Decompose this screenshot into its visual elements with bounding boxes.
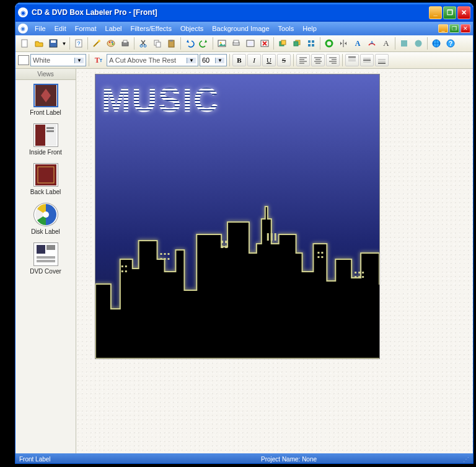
separator — [89, 54, 89, 66]
svg-point-36 — [415, 40, 422, 47]
circle-fill-button[interactable] — [412, 37, 425, 50]
image-button[interactable] — [215, 37, 229, 50]
underline-button[interactable]: U — [262, 54, 276, 66]
status-bar: Front Label Project Name: None ⋰ — [15, 453, 473, 464]
menu-format[interactable]: Format — [71, 24, 101, 33]
menu-tools[interactable]: Tools — [274, 24, 299, 33]
svg-rect-26 — [281, 40, 286, 45]
menu-file[interactable]: File — [30, 24, 50, 33]
dropdown-icon[interactable]: ▼ — [74, 58, 84, 63]
enlarge-text-button[interactable]: A — [379, 37, 393, 50]
strike-button[interactable]: S — [277, 54, 291, 66]
delete-image-button[interactable] — [258, 37, 271, 50]
svg-rect-28 — [294, 42, 298, 46]
palette-button[interactable] — [104, 37, 118, 50]
svg-rect-71 — [317, 252, 319, 254]
sidebar-item-front-label[interactable]: Front Label — [15, 80, 76, 120]
svg-rect-53 — [37, 260, 55, 262]
sidebar-item-back-label[interactable]: Back Label — [15, 159, 76, 199]
text-button[interactable]: A — [351, 37, 364, 50]
print-button[interactable] — [118, 37, 132, 50]
redo-button[interactable] — [197, 37, 211, 50]
copy-button[interactable] — [151, 37, 164, 50]
menu-help[interactable]: Help — [298, 24, 321, 33]
font-value: A Cut Above The Rest — [109, 56, 185, 64]
svg-point-48 — [43, 211, 49, 218]
dropdown-icon[interactable]: ▼ — [187, 58, 196, 63]
dropdown-icon[interactable]: ▼ — [215, 58, 224, 63]
send-back-button[interactable] — [290, 37, 304, 50]
paste-button[interactable] — [165, 37, 178, 50]
separator — [69, 37, 70, 50]
maximize-button[interactable]: ❐ — [443, 6, 456, 19]
svg-rect-0 — [22, 40, 27, 47]
music-text[interactable]: MUSIC — [102, 79, 219, 120]
scan-button[interactable] — [229, 37, 243, 50]
svg-text:?: ? — [77, 40, 80, 47]
thumbnail-front — [33, 84, 58, 107]
valign-bottom-button[interactable] — [375, 54, 389, 66]
open-button[interactable] — [32, 37, 46, 50]
fontsize-combo[interactable]: 60 ▼ — [200, 54, 227, 66]
svg-point-9 — [112, 43, 113, 45]
italic-button[interactable]: I — [247, 54, 261, 66]
doc-minimize-button[interactable]: _ — [438, 24, 448, 33]
sidebar-item-inside-front[interactable]: Inside Front — [15, 120, 76, 159]
square-button[interactable] — [397, 37, 411, 50]
close-button[interactable]: ✕ — [457, 6, 470, 19]
align-right-button[interactable] — [326, 54, 340, 66]
help2-button[interactable]: ? — [444, 37, 457, 50]
valign-top-button[interactable] — [345, 54, 359, 66]
save-dropdown[interactable]: ▼ — [61, 37, 68, 50]
bold-button[interactable]: B — [232, 54, 246, 66]
sidebar-label: Back Label — [30, 189, 61, 195]
doc-restore-button[interactable]: ❐ — [449, 24, 459, 33]
svg-point-7 — [109, 42, 110, 43]
align-center-button[interactable] — [311, 54, 325, 66]
wand-button[interactable] — [90, 37, 104, 50]
doc-close-button[interactable]: ✕ — [461, 24, 470, 33]
menu-edit[interactable]: Edit — [50, 24, 71, 33]
svg-rect-57 — [125, 270, 127, 272]
menu-background[interactable]: Background Image — [208, 24, 273, 33]
minimize-button[interactable]: _ — [429, 6, 442, 19]
circle-button[interactable] — [322, 37, 336, 50]
color-combo[interactable]: White ▼ — [30, 54, 86, 66]
menu-objects[interactable]: Objects — [176, 24, 208, 33]
svg-rect-68 — [267, 233, 269, 241]
bring-front-button[interactable] — [276, 37, 289, 50]
svg-rect-2 — [51, 40, 56, 43]
align-left-button[interactable] — [296, 54, 310, 66]
valign-middle-button[interactable] — [360, 54, 374, 66]
menu-label[interactable]: Label — [101, 24, 126, 33]
canvas-area[interactable]: MUSIC — [76, 69, 473, 453]
separator — [342, 54, 343, 66]
flip-h-button[interactable] — [337, 37, 350, 50]
font-combo[interactable]: A Cut Above The Rest ▼ — [107, 54, 198, 66]
label-canvas[interactable]: MUSIC — [95, 74, 380, 359]
svg-rect-63 — [167, 258, 169, 260]
svg-text:?: ? — [449, 40, 452, 47]
sidebar-item-disk-label[interactable]: Disk Label — [15, 199, 76, 239]
svg-rect-23 — [248, 42, 253, 45]
svg-rect-58 — [161, 253, 162, 255]
font-icon: TT — [92, 53, 105, 67]
separator — [427, 37, 428, 50]
sidebar-label: Disk Label — [31, 228, 60, 235]
sidebar-item-dvd-cover[interactable]: DVD Cover — [15, 239, 76, 278]
menu-filters[interactable]: Filters/Effects — [126, 24, 175, 33]
app-window: ◉ CD & DVD Box Labeler Pro - [Front] _ ❐… — [15, 2, 474, 464]
cut-button[interactable] — [136, 37, 150, 50]
save-button[interactable] — [46, 37, 60, 50]
new-button[interactable] — [18, 37, 32, 50]
undo-button[interactable] — [183, 37, 196, 50]
web-button[interactable] — [430, 37, 443, 50]
svg-rect-55 — [125, 265, 127, 267]
help-button[interactable]: ? — [72, 37, 86, 50]
resize-grip-icon[interactable]: ⋰ — [463, 456, 469, 463]
curved-text-button[interactable]: A — [365, 37, 379, 50]
color-swatch[interactable] — [18, 55, 29, 65]
grab-button[interactable] — [244, 37, 257, 50]
thumbnail-dvd — [33, 242, 58, 266]
align-button[interactable] — [304, 37, 318, 50]
